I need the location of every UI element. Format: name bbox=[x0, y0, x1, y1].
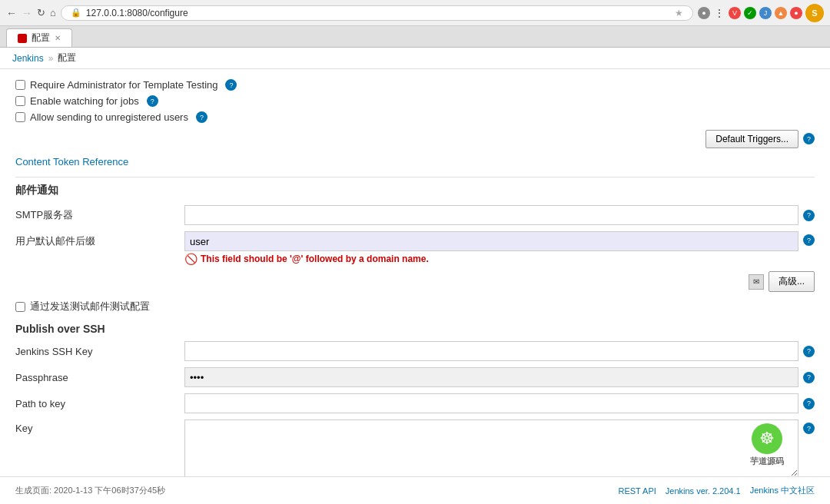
help-enable-watching[interactable]: ? bbox=[147, 95, 158, 107]
checkbox-allow-sending-label: Allow sending to unregistered users bbox=[30, 111, 188, 123]
checkbox-require-admin[interactable] bbox=[15, 80, 25, 90]
suffix-input-area: 🚫 This field should be '@' followed by a… bbox=[184, 231, 798, 265]
path-key-input[interactable] bbox=[184, 393, 798, 413]
ext-icon-2: ✓ bbox=[744, 7, 756, 19]
config-body: Require Administrator for Template Testi… bbox=[0, 69, 830, 476]
help-key[interactable]: ? bbox=[803, 423, 815, 434]
test-config-label: 通过发送测试邮件测试配置 bbox=[30, 300, 150, 313]
checkbox-allow-sending[interactable] bbox=[15, 112, 25, 122]
ext-icon-1: V bbox=[729, 7, 741, 19]
help-ssh-key[interactable]: ? bbox=[803, 346, 815, 357]
jenkins-ver-link[interactable]: Jenkins ver. 2.204.1 bbox=[666, 486, 741, 496]
test-config-row: 通过发送测试邮件测试配置 bbox=[15, 295, 815, 318]
checkbox-allow-sending-row: Allow sending to unregistered users ? bbox=[15, 109, 815, 125]
browser-toolbar-icons: ● ⋮ V ✓ J ▲ ● S bbox=[698, 4, 824, 22]
home-button[interactable]: ⌂ bbox=[50, 7, 56, 18]
content-token-ref-row: Content Token Reference bbox=[15, 153, 815, 174]
help-default-triggers[interactable]: ? bbox=[803, 133, 815, 144]
main-content: Require Administrator for Template Testi… bbox=[0, 69, 830, 476]
ext-icon-5: ● bbox=[790, 7, 802, 19]
rest-api-link[interactable]: REST API bbox=[618, 486, 656, 496]
publish-ssh-title: Publish over SSH bbox=[15, 318, 815, 338]
help-passphrase[interactable]: ? bbox=[803, 372, 815, 383]
browser-chrome: ← → ↻ ⌂ 🔒 127.0.0.1:8080/configure ★ ● ⋮… bbox=[0, 0, 830, 26]
user-avatar: S bbox=[805, 4, 824, 22]
suffix-label: 用户默认邮件后缀 bbox=[15, 231, 184, 248]
footer-links: REST API Jenkins ver. 2.204.1 Jenkins 中文… bbox=[618, 485, 815, 496]
ext-icon-3: J bbox=[759, 7, 772, 19]
smtp-input[interactable] bbox=[184, 205, 798, 225]
key-icon: ● bbox=[698, 7, 710, 19]
checkbox-enable-watching-label: Enable watching for jobs bbox=[30, 95, 139, 107]
error-icon: 🚫 bbox=[184, 253, 198, 265]
path-key-label: Path to key bbox=[15, 398, 184, 410]
ssh-key-input[interactable] bbox=[184, 341, 798, 361]
passphrase-input[interactable] bbox=[184, 367, 798, 387]
checkbox-enable-watching-row: Enable watching for jobs ? bbox=[15, 93, 815, 109]
active-tab[interactable]: 配置 ✕ bbox=[6, 28, 72, 47]
tab-close-icon[interactable]: ✕ bbox=[55, 34, 61, 42]
breadcrumb-jenkins[interactable]: Jenkins bbox=[12, 53, 44, 64]
checkbox-enable-watching[interactable] bbox=[15, 96, 25, 106]
ext-icon-4: ▲ bbox=[775, 7, 787, 19]
checkbox-require-admin-label: Require Administrator for Template Testi… bbox=[30, 79, 217, 91]
smtp-input-area bbox=[184, 205, 798, 225]
url-text: 127.0.0.1:8080/configure bbox=[86, 8, 670, 18]
smtp-label: SMTP服务器 bbox=[15, 208, 184, 222]
path-key-row: Path to key ? bbox=[15, 390, 815, 416]
key-row: Key ? bbox=[15, 416, 815, 476]
default-triggers-button[interactable]: Default Triggers... bbox=[706, 130, 798, 148]
error-message: 🚫 This field should be '@' followed by a… bbox=[184, 253, 798, 265]
publish-over-ssh-label: Publish over SSH bbox=[15, 323, 105, 335]
ssh-key-input-area bbox=[184, 341, 798, 361]
suffix-row: 用户默认邮件后缀 🚫 This field should be '@' foll… bbox=[15, 228, 815, 268]
error-text: This field should be '@' followed by a d… bbox=[201, 254, 429, 264]
content-token-reference-link[interactable]: Content Token Reference bbox=[15, 156, 128, 167]
tab-title: 配置 bbox=[32, 32, 50, 45]
key-label: Key bbox=[15, 419, 184, 434]
help-smtp[interactable]: ? bbox=[803, 210, 815, 221]
passphrase-input-area bbox=[184, 367, 798, 387]
passphrase-label: Passphrase bbox=[15, 372, 184, 383]
help-path-key[interactable]: ? bbox=[803, 398, 815, 410]
email-advanced-button[interactable]: 高级... bbox=[769, 271, 815, 292]
url-bar[interactable]: 🔒 127.0.0.1:8080/configure ★ bbox=[61, 5, 693, 21]
reload-button[interactable]: ↻ bbox=[37, 7, 45, 18]
ssh-key-label: Jenkins SSH Key bbox=[15, 346, 184, 357]
email-icon: ✉ bbox=[749, 274, 764, 290]
footer-generated: 生成页面: 2020-1-13 下午06时37分45秒 bbox=[15, 485, 165, 496]
breadcrumb: Jenkins » 配置 bbox=[0, 48, 830, 69]
email-advanced-row: ✉ 高级... bbox=[15, 268, 815, 295]
forward-button[interactable]: → bbox=[22, 7, 32, 19]
smtp-row: SMTP服务器 ? bbox=[15, 202, 815, 228]
path-key-input-area bbox=[184, 393, 798, 413]
tab-favicon bbox=[18, 34, 27, 43]
help-suffix[interactable]: ? bbox=[803, 234, 815, 246]
chinese-community-link[interactable]: Jenkins 中文社区 bbox=[750, 485, 815, 496]
key-textarea-area bbox=[184, 419, 798, 476]
passphrase-row: Passphrase ? bbox=[15, 364, 815, 390]
star-icon: ★ bbox=[675, 8, 683, 18]
key-textarea[interactable] bbox=[184, 419, 798, 476]
help-allow-sending[interactable]: ? bbox=[196, 111, 208, 123]
breadcrumb-sep: » bbox=[48, 53, 54, 64]
back-button[interactable]: ← bbox=[6, 7, 17, 19]
checkbox-require-admin-row: Require Administrator for Template Testi… bbox=[15, 77, 815, 93]
help-require-admin[interactable]: ? bbox=[225, 79, 237, 91]
breadcrumb-configure: 配置 bbox=[58, 51, 76, 65]
menu-icon[interactable]: ⋮ bbox=[713, 7, 725, 19]
suffix-input[interactable] bbox=[184, 231, 798, 251]
default-triggers-row: Default Triggers... ? bbox=[15, 125, 815, 153]
test-config-checkbox[interactable] bbox=[15, 302, 25, 312]
ssh-key-row: Jenkins SSH Key ? bbox=[15, 338, 815, 364]
email-section-title: 邮件通知 bbox=[15, 177, 815, 202]
page-footer: 生成页面: 2020-1-13 下午06时37分45秒 REST API Jen… bbox=[0, 476, 830, 504]
lock-icon: 🔒 bbox=[71, 8, 81, 18]
tab-bar: 配置 ✕ bbox=[0, 26, 830, 48]
